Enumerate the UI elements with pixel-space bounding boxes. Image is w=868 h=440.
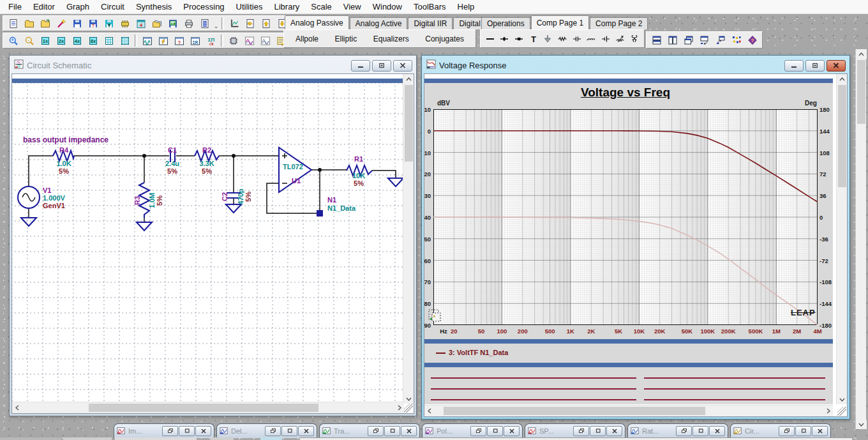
close-button[interactable] (812, 426, 828, 436)
calendar-schedule-button[interactable]: 4 (133, 17, 149, 31)
save-query-button[interactable]: ? (85, 17, 101, 31)
minimize-button[interactable] (784, 60, 804, 72)
menu-file[interactable]: File (3, 1, 27, 13)
resize-grip[interactable] (837, 407, 846, 416)
menu-help[interactable]: Help (452, 1, 481, 13)
capacitor2-tool-button[interactable] (599, 31, 613, 47)
minimized-window-tra[interactable]: Tra... (319, 423, 420, 438)
restore-button[interactable] (368, 426, 384, 436)
maximize-button[interactable] (692, 426, 708, 436)
scroll-right-arrow[interactable] (394, 402, 404, 413)
query-window-button[interactable]: ? (171, 34, 187, 48)
import-data-button[interactable] (242, 17, 258, 31)
scroll-thumb[interactable] (857, 60, 865, 124)
component-network-button[interactable] (117, 17, 133, 31)
maximize-button[interactable] (384, 426, 400, 436)
restore-window-button[interactable] (712, 33, 728, 47)
resistor-tool-button[interactable] (555, 31, 569, 47)
grid-small-button[interactable] (101, 34, 117, 48)
schematic-titlebar[interactable]: Circuit Schematic (11, 57, 414, 73)
response-horizontal-scrollbar[interactable] (424, 405, 833, 416)
close-button[interactable] (827, 60, 846, 72)
close-button[interactable] (709, 426, 725, 436)
menu-scale[interactable]: Scale (305, 1, 338, 13)
filter-button-conjugates[interactable]: Conjugates (421, 32, 468, 46)
scroll-thumb[interactable] (838, 85, 846, 187)
component-tab-comp-page-2[interactable]: Comp Page 2 (590, 17, 648, 29)
scroll-up-arrow[interactable] (837, 74, 848, 84)
restore-button[interactable] (676, 426, 692, 436)
close-button[interactable] (504, 426, 520, 436)
scroll-left-arrow[interactable] (12, 402, 22, 413)
minimized-window-cir[interactable]: Cir... (730, 423, 831, 438)
menu-circuit[interactable]: Circuit (95, 1, 130, 13)
restore-button[interactable] (372, 60, 391, 72)
save-image-button[interactable] (165, 17, 181, 31)
minimize-window-button[interactable] (696, 33, 712, 47)
scroll-left-arrow[interactable] (424, 406, 434, 416)
import-file-button[interactable] (37, 17, 53, 31)
node-tool-button[interactable] (498, 31, 512, 47)
chip-model-button[interactable] (225, 34, 241, 48)
zoom-in-button[interactable]: + (5, 34, 21, 48)
schematic-vertical-scrollbar[interactable] (403, 74, 414, 404)
filter-tab-analog-active[interactable]: Analog Active (350, 17, 408, 29)
document-report-button[interactable] (197, 17, 213, 31)
transformer-tool-button[interactable] (627, 31, 641, 47)
filter-button-equalizers[interactable]: Equalizers (370, 32, 413, 46)
trimmer-tool-button[interactable] (613, 31, 627, 47)
minimize-button[interactable] (351, 60, 370, 72)
print-button[interactable] (181, 17, 197, 31)
summary-window-button[interactable]: ΣR (187, 34, 203, 48)
maximize-button[interactable] (795, 426, 811, 436)
tile-horizontal-button[interactable] (648, 33, 664, 47)
scroll-thumb[interactable] (89, 404, 318, 412)
inductor-tool-button[interactable] (584, 31, 598, 47)
resize-grip[interactable] (404, 404, 413, 413)
component-tab-operations[interactable]: Operations (481, 17, 530, 29)
zoom-4x-button[interactable]: 4x (69, 34, 85, 48)
text-tool-button[interactable]: T (527, 31, 541, 47)
minimized-window-rat[interactable]: Rat... (627, 423, 728, 438)
terminal-tool-button[interactable] (512, 31, 526, 47)
scroll-thumb[interactable] (405, 85, 413, 162)
tile-vertical-button[interactable] (664, 33, 680, 47)
math-functions-button[interactable]: ΣΠ√x (203, 34, 219, 48)
minimized-window-del[interactable]: Del... (216, 423, 317, 438)
curve-overlay-button[interactable] (241, 34, 257, 48)
marker-tool-icon[interactable] (427, 308, 444, 324)
scroll-down-arrow[interactable] (403, 394, 414, 404)
restore-button[interactable] (805, 60, 825, 72)
menu-synthesis[interactable]: Synthesis (130, 1, 177, 13)
component-tab-comp-page-1[interactable]: Comp Page 1 (531, 15, 589, 29)
maximize-button[interactable] (179, 426, 195, 436)
menu-editor[interactable]: Editor (27, 1, 61, 13)
menu-graph[interactable]: Graph (61, 1, 95, 13)
arrange-icons-button[interactable] (728, 33, 744, 47)
close-button[interactable] (401, 426, 417, 436)
scroll-thumb[interactable] (444, 407, 705, 415)
close-button[interactable] (393, 60, 412, 72)
minimized-window-sp[interactable]: SP... (525, 423, 625, 438)
zoom-8x-button[interactable]: 8x (85, 34, 101, 48)
save-export-button[interactable] (101, 17, 117, 31)
ground-tool-button[interactable] (541, 31, 555, 47)
edit-wand-button[interactable] (53, 17, 69, 31)
minimized-window-pol[interactable]: Pol... (422, 423, 523, 438)
scroll-up-arrow[interactable] (856, 49, 867, 59)
zoom-1x-button[interactable]: 1x (37, 34, 53, 48)
workspace-vertical-scrollbar[interactable] (855, 49, 866, 429)
legend-entry[interactable]: 3: VoltTF N1_Data (449, 349, 508, 356)
wire-tool-button[interactable] (483, 31, 497, 47)
filter-button-elliptic[interactable]: Elliptic (331, 32, 361, 46)
scroll-right-arrow[interactable] (823, 406, 833, 416)
capacitor-tool-button[interactable] (570, 31, 584, 47)
help-book-button[interactable]: ? (744, 33, 760, 47)
maximize-button[interactable] (487, 426, 503, 436)
zoom-2x-button[interactable]: 2x (53, 34, 69, 48)
response-family-button[interactable] (257, 34, 273, 48)
separator-band[interactable] (424, 363, 833, 367)
filter-tab-digital-iir[interactable]: Digital IIR (408, 17, 453, 29)
restore-button[interactable] (265, 426, 281, 436)
minimized-window-im[interactable]: Im... (114, 423, 214, 438)
